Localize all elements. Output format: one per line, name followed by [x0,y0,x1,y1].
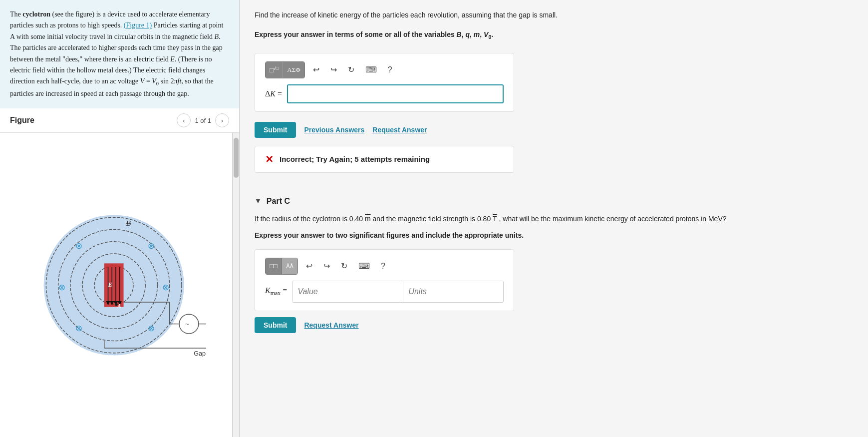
refresh-button-c[interactable]: ↻ [338,259,350,273]
svg-rect-14 [104,263,123,307]
input-label-c: Kmax = [265,286,287,297]
units-icon-c: ÅÅ [286,263,293,269]
value-units-row [292,281,504,303]
svg-text:⊗: ⊗ [148,323,155,333]
svg-text:⊗: ⊗ [75,241,82,251]
figure-title: Figure [10,116,34,125]
math-icon-b: □√□ [270,66,279,74]
figure-pagination: 1 of 1 [195,117,211,124]
help-button-c[interactable]: ? [378,260,388,273]
left-panel: The cyclotron (see the figure) is a devi… [0,0,240,437]
spacer-3 [255,244,853,249]
units-button-c[interactable]: ÅÅ [282,258,297,274]
math-input-button-c[interactable]: □□ [266,258,282,274]
units-input-c[interactable] [403,281,504,302]
answer-box-part-b: □√□ AΣΦ ↩ ↪ ↻ ⌨ ? ΔK = [255,53,514,112]
svg-text:Gap: Gap [194,350,206,357]
part-b-express-text: Express your answer in terms of some or … [255,30,853,40]
greek-button-b[interactable]: AΣΦ [283,62,304,78]
value-input-c[interactable] [292,281,403,302]
toolbar-part-b: □√□ AΣΦ ↩ ↪ ↻ ⌨ ? [265,61,504,78]
problem-body-2: Particles starting at point A with some … [10,21,223,97]
keyboard-button-c[interactable]: ⌨ [355,259,373,273]
cyclotron-bold: cyclotron [22,10,50,18]
error-box: ✕ Incorrect; Try Again; 5 attempts remai… [255,146,514,173]
action-row-c: Submit Request Answer [255,317,853,333]
redo-button-b[interactable]: ↪ [327,63,340,76]
part-b-intro-text: Find the increase of kinetic energy of t… [255,10,853,20]
undo-button-b[interactable]: ↩ [310,63,322,76]
problem-paragraph: The cyclotron (see the figure) is a devi… [10,9,229,99]
math-icon-c: □□ [270,262,278,270]
greek-label-b: AΣΦ [287,66,300,74]
part-c-header: ▼ Part C [255,197,853,206]
action-row-b: Submit Previous Answers Request Answer [255,122,853,138]
part-b-intro: Find the increase of kinetic energy of t… [255,10,853,22]
error-message: Incorrect; Try Again; 5 attempts remaini… [280,155,430,163]
toolbar-part-c: □□ ÅÅ ↩ ↪ ↻ ⌨ ? [265,258,504,275]
redo-button-c[interactable]: ↪ [320,259,333,273]
math-toolbar-group-b: □√□ AΣΦ [265,61,305,78]
part-b-express: Express your answer in terms of some or … [255,30,853,45]
request-answer-button-b[interactable]: Request Answer [372,126,427,134]
figure-image-area: B ⊗ ⊗ ⊗ ⊗ ⊗ ⊗ [0,133,232,437]
figure-header: Figure ‹ 1 of 1 › [0,108,239,133]
part-c-intro-text: If the radius of the cyclotron is 0.40 m… [255,214,853,224]
scrollbar-thumb[interactable] [234,138,239,178]
keyboard-button-b[interactable]: ⌨ [362,63,380,76]
svg-point-21 [115,303,118,306]
input-label-b: ΔK = [265,89,282,98]
math-input-button-b[interactable]: □√□ [266,62,283,78]
submit-button-b[interactable]: Submit [255,122,296,138]
part-c-section: ▼ Part C If the radius of the cyclotron … [255,197,853,333]
answer-box-part-c: □□ ÅÅ ↩ ↪ ↻ ⌨ ? Kmax = [255,249,514,311]
part-c-express-text: Express your answer to two significant f… [255,231,853,239]
figure-next-button[interactable]: › [215,113,229,127]
answer-input-b[interactable] [287,84,504,103]
svg-text:⊗: ⊗ [75,323,82,333]
collapse-arrow-c[interactable]: ▼ [255,197,262,205]
spacer-1 [255,181,853,189]
submit-button-c[interactable]: Submit [255,317,296,333]
svg-text:⊗: ⊗ [148,241,155,251]
refresh-button-b[interactable]: ↻ [345,63,357,76]
figure-prev-button[interactable]: ‹ [177,113,191,127]
cyclotron-diagram: B ⊗ ⊗ ⊗ ⊗ ⊗ ⊗ [26,205,206,365]
request-answer-button-c[interactable]: Request Answer [304,321,358,329]
part-c-label: Part C [267,197,290,206]
left-scrollbar[interactable] [232,133,239,437]
math-toolbar-group-c: □□ ÅÅ [265,258,298,275]
undo-button-c[interactable]: ↩ [303,259,315,273]
svg-text:⊗: ⊗ [162,282,169,292]
input-row-b: ΔK = [265,84,504,103]
input-row-c: Kmax = [265,281,504,303]
svg-text:E: E [107,281,112,288]
figure-link[interactable]: (Figure 1) [124,21,152,29]
previous-answers-button[interactable]: Previous Answers [304,126,364,134]
right-panel: Find the increase of kinetic energy of t… [240,0,868,437]
error-icon: ✕ [265,153,274,165]
problem-text: The cyclotron (see the figure) is a devi… [0,0,239,108]
spacer-2 [255,226,853,231]
figure-navigation: ‹ 1 of 1 › [177,113,229,127]
svg-text:⊗: ⊗ [58,282,65,292]
svg-text:~: ~ [185,320,189,328]
figure-section: Figure ‹ 1 of 1 › [0,108,239,437]
help-button-b[interactable]: ? [385,63,395,76]
